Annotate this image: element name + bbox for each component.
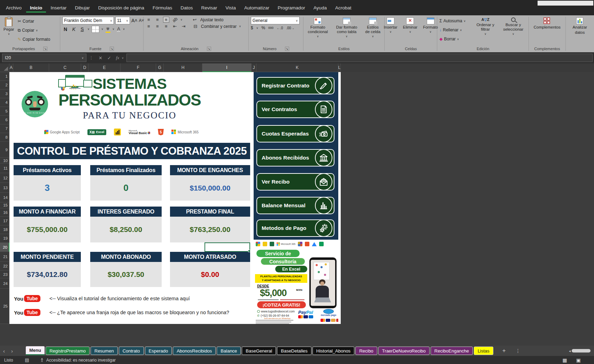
fill-color-button[interactable]: ⛊: [106, 25, 110, 33]
row-header-8[interactable]: 8: [0, 133, 9, 142]
format-painter-button[interactable]: ✎Copiar formato: [18, 35, 50, 44]
menu-programador[interactable]: Programador: [274, 3, 309, 13]
format-cells-button[interactable]: Formato∨: [422, 17, 439, 34]
column-header-J[interactable]: J: [252, 63, 256, 72]
menu-datos[interactable]: Datos: [177, 3, 196, 13]
font-name-select[interactable]: Franklin Gothic Dem∨: [62, 17, 114, 24]
new-sheet-button[interactable]: +: [502, 347, 506, 354]
outdent-icon[interactable]: ⇤: [172, 24, 178, 29]
row-header-13[interactable]: 13: [0, 183, 9, 193]
comma-format-button[interactable]: 000: [268, 26, 273, 30]
font-color-button[interactable]: A: [116, 26, 121, 32]
sheet-tab-menu[interactable]: Menu: [26, 346, 45, 355]
confirm-entry-button[interactable]: ✓: [105, 55, 114, 61]
row-header-21[interactable]: 21: [0, 252, 9, 262]
ad-website[interactable]: www.tugodindeexcel.com: [257, 310, 295, 313]
row-header-10[interactable]: 10: [0, 158, 9, 163]
number-dialog-launcher[interactable]: ↘: [285, 47, 289, 51]
alignment-dialog-launcher[interactable]: ↘: [207, 47, 211, 51]
metodos-de-pago-button[interactable]: Metodos de Pago: [256, 219, 334, 237]
ver-contratos-button[interactable]: Ver Contratos: [256, 101, 334, 118]
row-header-9[interactable]: 9: [0, 142, 9, 158]
row-header-2[interactable]: 2: [0, 81, 9, 90]
sheet-tab-balance[interactable]: Balance: [217, 347, 241, 355]
clear-button[interactable]: ◆Borrar∨: [439, 35, 472, 43]
column-header-A[interactable]: A: [9, 63, 13, 72]
column-header-B[interactable]: B: [13, 63, 49, 72]
row-header-19[interactable]: 19: [0, 234, 9, 243]
align-right-icon[interactable]: ≡: [163, 24, 169, 29]
scrollbar-thumb[interactable]: [572, 349, 591, 353]
all-sheets-button[interactable]: ⋮: [516, 348, 520, 354]
underline-button[interactable]: S: [79, 26, 85, 32]
cut-button[interactable]: ✂Cortar: [18, 17, 50, 26]
sheet-tab-reciboenganche[interactable]: ReciboEnganche: [431, 347, 473, 355]
menu-automatizar[interactable]: Automatizar: [240, 3, 273, 13]
column-header-H[interactable]: H: [164, 63, 202, 72]
row-header-11[interactable]: 11: [0, 163, 9, 173]
addins-button[interactable]: Complementos: [532, 17, 562, 30]
borders-button[interactable]: [92, 26, 99, 33]
sheet-tab-traerdenuevorecibo[interactable]: TraerDeNuevoRecibo: [378, 347, 430, 355]
grow-font-button[interactable]: A˄: [131, 18, 138, 23]
insert-cells-button[interactable]: Insertar∨: [383, 17, 399, 34]
row-header-4[interactable]: 4: [0, 98, 9, 107]
clipboard-dialog-launcher[interactable]: ↘: [43, 47, 47, 51]
delete-cells-button[interactable]: ✕ Eliminar∨: [402, 17, 419, 34]
merge-center-button[interactable]: Combinar y centrar: [201, 24, 237, 29]
row-header-5[interactable]: 5: [0, 107, 9, 116]
column-header-L[interactable]: L: [338, 63, 341, 72]
italic-button[interactable]: K: [71, 26, 77, 32]
row-header-3[interactable]: 3: [0, 90, 9, 98]
ad-cta-button[interactable]: ¡COTIZA GRATIS!: [257, 301, 306, 308]
menu-disposicion[interactable]: Disposición de página: [94, 3, 148, 13]
cuotas-esperadas-button[interactable]: Cuotas Esperadas: [256, 125, 334, 142]
column-header-C[interactable]: C: [49, 63, 81, 72]
row-header-17[interactable]: 17: [0, 217, 9, 225]
row-header-6[interactable]: 6: [0, 116, 9, 124]
column-header-E[interactable]: E: [88, 63, 121, 72]
indent-icon[interactable]: ⇥: [180, 24, 187, 29]
format-as-table-button[interactable]: Dar formato como tabla∨: [333, 17, 360, 39]
sheet-tab-historial-abonos[interactable]: Historial_Abonos: [313, 347, 354, 355]
youtube-icon[interactable]: YouTube: [14, 309, 40, 316]
sheet-tab-basegeneral[interactable]: BaseGeneral: [242, 347, 276, 355]
menu-insertar[interactable]: Insertar: [47, 3, 70, 13]
decrease-decimal-button[interactable]: .00→: [286, 26, 294, 30]
youtube-icon[interactable]: YouTube: [14, 295, 40, 302]
horizontal-scrollbar[interactable]: ◂: [569, 348, 594, 353]
column-header-G[interactable]: G: [156, 63, 164, 72]
row-header-1[interactable]: 1: [0, 72, 9, 81]
row-header-15[interactable]: 15: [0, 202, 9, 208]
align-top-icon[interactable]: ≡: [146, 17, 152, 22]
row-header-25[interactable]: 25: [0, 289, 9, 324]
row-header-18[interactable]: 18: [0, 225, 9, 234]
row-header-24[interactable]: 24: [0, 278, 9, 289]
next-sheet-button[interactable]: ›: [8, 348, 16, 354]
menu-ayuda[interactable]: Ayuda: [310, 3, 331, 13]
font-dialog-launcher[interactable]: ↘: [110, 47, 114, 51]
column-header-K[interactable]: K: [256, 63, 338, 72]
sort-filter-button[interactable]: A▽Z Ordenar y filtrar∨: [474, 17, 496, 37]
bold-button[interactable]: N: [62, 26, 69, 32]
sheet-tab-contrato[interactable]: Contrato: [119, 347, 144, 355]
menu-formulas[interactable]: Fórmulas: [149, 3, 176, 13]
row-header-7[interactable]: 7: [0, 124, 9, 133]
row-header-22[interactable]: 22: [0, 262, 9, 271]
menu-acrobat[interactable]: Acrobat: [331, 3, 355, 13]
analyze-data-button[interactable]: Analizardatos: [571, 17, 589, 36]
name-box[interactable]: I20∨: [2, 54, 86, 62]
align-left-icon[interactable]: ≡: [146, 24, 152, 29]
align-bottom-icon[interactable]: ≡: [163, 17, 169, 23]
copy-button[interactable]: ⧉Copiar∨: [18, 26, 50, 35]
increase-decimal-button[interactable]: ←.0: [277, 26, 283, 30]
abonos-recibidos-button[interactable]: Abonos Recibidos: [256, 149, 334, 166]
align-center-icon[interactable]: ≡: [154, 24, 161, 29]
wrap-text-button[interactable]: Ajustar texto: [200, 17, 224, 22]
normal-view-button[interactable]: ▦: [563, 357, 567, 363]
number-format-select[interactable]: General∨: [251, 17, 300, 24]
align-middle-icon[interactable]: ≡: [154, 17, 161, 22]
scroll-left-icon[interactable]: ◂: [569, 349, 571, 353]
conditional-formatting-button[interactable]: Formato condicional∨: [306, 17, 330, 39]
row-header-14[interactable]: 14: [0, 193, 9, 202]
